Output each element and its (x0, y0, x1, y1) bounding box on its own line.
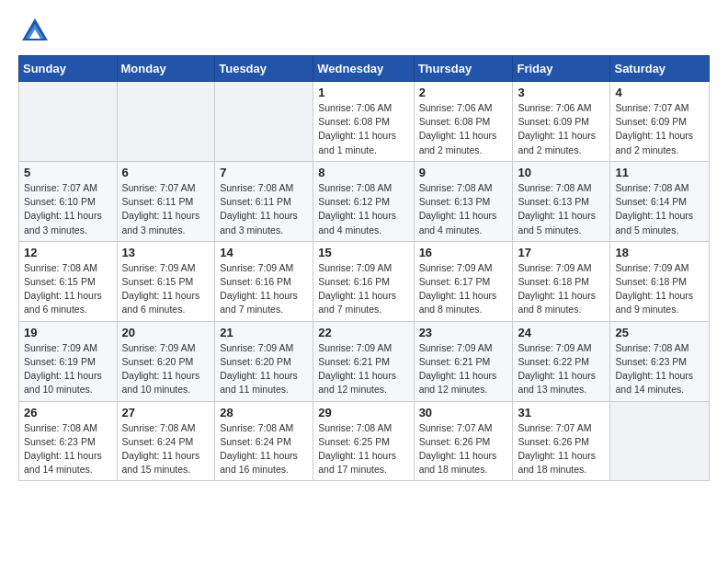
day-number: 6 (122, 166, 210, 179)
calendar-cell: 2Sunrise: 7:06 AM Sunset: 6:08 PM Daylig… (414, 82, 513, 162)
calendar-week-row: 5Sunrise: 7:07 AM Sunset: 6:10 PM Daylig… (19, 161, 710, 241)
day-number: 8 (318, 166, 408, 179)
day-number: 4 (615, 86, 704, 99)
day-number: 23 (419, 326, 508, 339)
calendar-cell: 16Sunrise: 7:09 AM Sunset: 6:17 PM Dayli… (414, 241, 513, 321)
calendar-cell: 10Sunrise: 7:08 AM Sunset: 6:13 PM Dayli… (513, 161, 610, 241)
day-info: Sunrise: 7:07 AM Sunset: 6:09 PM Dayligh… (615, 101, 704, 157)
day-number: 24 (518, 326, 605, 339)
calendar-cell: 18Sunrise: 7:09 AM Sunset: 6:18 PM Dayli… (610, 241, 710, 321)
day-info: Sunrise: 7:09 AM Sunset: 6:20 PM Dayligh… (122, 341, 210, 397)
day-number: 7 (220, 166, 308, 179)
calendar-cell: 1Sunrise: 7:06 AM Sunset: 6:08 PM Daylig… (313, 82, 414, 162)
calendar-cell: 6Sunrise: 7:07 AM Sunset: 6:11 PM Daylig… (117, 161, 215, 241)
day-info: Sunrise: 7:07 AM Sunset: 6:26 PM Dayligh… (419, 421, 508, 477)
day-info: Sunrise: 7:08 AM Sunset: 6:23 PM Dayligh… (615, 341, 704, 397)
logo (18, 15, 55, 48)
header (18, 15, 710, 48)
day-info: Sunrise: 7:08 AM Sunset: 6:25 PM Dayligh… (318, 421, 408, 477)
calendar-cell: 19Sunrise: 7:09 AM Sunset: 6:19 PM Dayli… (19, 321, 118, 401)
calendar-cell: 31Sunrise: 7:07 AM Sunset: 6:26 PM Dayli… (513, 401, 610, 481)
day-number: 17 (518, 246, 605, 259)
page: SundayMondayTuesdayWednesdayThursdayFrid… (0, 0, 728, 496)
calendar-cell: 17Sunrise: 7:09 AM Sunset: 6:18 PM Dayli… (513, 241, 610, 321)
day-info: Sunrise: 7:08 AM Sunset: 6:24 PM Dayligh… (122, 421, 210, 477)
calendar-cell: 30Sunrise: 7:07 AM Sunset: 6:26 PM Dayli… (414, 401, 513, 481)
day-number: 18 (615, 246, 704, 259)
day-number: 22 (318, 326, 408, 339)
day-info: Sunrise: 7:08 AM Sunset: 6:13 PM Dayligh… (419, 181, 508, 237)
day-info: Sunrise: 7:09 AM Sunset: 6:18 PM Dayligh… (615, 261, 704, 317)
calendar-cell: 24Sunrise: 7:09 AM Sunset: 6:22 PM Dayli… (513, 321, 610, 401)
day-number: 15 (318, 246, 408, 259)
weekday-header-tuesday: Tuesday (215, 56, 313, 82)
day-number: 19 (24, 326, 112, 339)
day-info: Sunrise: 7:07 AM Sunset: 6:26 PM Dayligh… (518, 421, 605, 477)
day-number: 13 (122, 246, 210, 259)
day-info: Sunrise: 7:08 AM Sunset: 6:24 PM Dayligh… (220, 421, 308, 477)
calendar-week-row: 12Sunrise: 7:08 AM Sunset: 6:15 PM Dayli… (19, 241, 710, 321)
calendar-cell: 25Sunrise: 7:08 AM Sunset: 6:23 PM Dayli… (610, 321, 710, 401)
day-number: 9 (419, 166, 508, 179)
day-info: Sunrise: 7:09 AM Sunset: 6:22 PM Dayligh… (518, 341, 605, 397)
day-info: Sunrise: 7:07 AM Sunset: 6:11 PM Dayligh… (122, 181, 210, 237)
calendar-cell: 21Sunrise: 7:09 AM Sunset: 6:20 PM Dayli… (215, 321, 313, 401)
calendar-week-row: 26Sunrise: 7:08 AM Sunset: 6:23 PM Dayli… (19, 401, 710, 481)
day-info: Sunrise: 7:06 AM Sunset: 6:09 PM Dayligh… (518, 101, 605, 157)
weekday-header-sunday: Sunday (19, 56, 118, 82)
weekday-header-wednesday: Wednesday (313, 56, 414, 82)
logo-icon (18, 15, 51, 48)
calendar-cell: 23Sunrise: 7:09 AM Sunset: 6:21 PM Dayli… (414, 321, 513, 401)
calendar-cell (117, 82, 215, 162)
calendar-cell: 12Sunrise: 7:08 AM Sunset: 6:15 PM Dayli… (19, 241, 118, 321)
day-info: Sunrise: 7:08 AM Sunset: 6:13 PM Dayligh… (518, 181, 605, 237)
day-number: 21 (220, 326, 308, 339)
calendar-cell: 4Sunrise: 7:07 AM Sunset: 6:09 PM Daylig… (610, 82, 710, 162)
weekday-header-row: SundayMondayTuesdayWednesdayThursdayFrid… (19, 56, 710, 82)
weekday-header-monday: Monday (117, 56, 215, 82)
calendar-cell: 13Sunrise: 7:09 AM Sunset: 6:15 PM Dayli… (117, 241, 215, 321)
day-number: 3 (518, 86, 605, 99)
day-info: Sunrise: 7:07 AM Sunset: 6:10 PM Dayligh… (24, 181, 112, 237)
day-info: Sunrise: 7:09 AM Sunset: 6:15 PM Dayligh… (122, 261, 210, 317)
day-number: 30 (419, 406, 508, 419)
day-number: 2 (419, 86, 508, 99)
calendar-cell: 8Sunrise: 7:08 AM Sunset: 6:12 PM Daylig… (313, 161, 414, 241)
day-info: Sunrise: 7:09 AM Sunset: 6:17 PM Dayligh… (419, 261, 508, 317)
day-info: Sunrise: 7:06 AM Sunset: 6:08 PM Dayligh… (419, 101, 508, 157)
day-number: 11 (615, 166, 704, 179)
day-info: Sunrise: 7:08 AM Sunset: 6:15 PM Dayligh… (24, 261, 112, 317)
calendar-cell: 26Sunrise: 7:08 AM Sunset: 6:23 PM Dayli… (19, 401, 118, 481)
day-number: 1 (318, 86, 408, 99)
day-info: Sunrise: 7:08 AM Sunset: 6:11 PM Dayligh… (220, 181, 308, 237)
calendar-cell (19, 82, 118, 162)
calendar-cell: 27Sunrise: 7:08 AM Sunset: 6:24 PM Dayli… (117, 401, 215, 481)
calendar-cell: 15Sunrise: 7:09 AM Sunset: 6:16 PM Dayli… (313, 241, 414, 321)
calendar-week-row: 1Sunrise: 7:06 AM Sunset: 6:08 PM Daylig… (19, 82, 710, 162)
day-number: 10 (518, 166, 605, 179)
weekday-header-saturday: Saturday (610, 56, 710, 82)
day-number: 25 (615, 326, 704, 339)
weekday-header-friday: Friday (513, 56, 610, 82)
calendar-cell: 28Sunrise: 7:08 AM Sunset: 6:24 PM Dayli… (215, 401, 313, 481)
day-number: 26 (24, 406, 112, 419)
day-info: Sunrise: 7:08 AM Sunset: 6:14 PM Dayligh… (615, 181, 704, 237)
weekday-header-thursday: Thursday (414, 56, 513, 82)
calendar-cell: 29Sunrise: 7:08 AM Sunset: 6:25 PM Dayli… (313, 401, 414, 481)
day-info: Sunrise: 7:09 AM Sunset: 6:16 PM Dayligh… (220, 261, 308, 317)
calendar-cell: 11Sunrise: 7:08 AM Sunset: 6:14 PM Dayli… (610, 161, 710, 241)
day-info: Sunrise: 7:09 AM Sunset: 6:18 PM Dayligh… (518, 261, 605, 317)
day-number: 20 (122, 326, 210, 339)
day-info: Sunrise: 7:09 AM Sunset: 6:19 PM Dayligh… (24, 341, 112, 397)
calendar-cell: 22Sunrise: 7:09 AM Sunset: 6:21 PM Dayli… (313, 321, 414, 401)
day-number: 14 (220, 246, 308, 259)
calendar-cell (610, 401, 710, 481)
day-number: 5 (24, 166, 112, 179)
day-info: Sunrise: 7:06 AM Sunset: 6:08 PM Dayligh… (318, 101, 408, 157)
day-number: 27 (122, 406, 210, 419)
calendar-cell: 3Sunrise: 7:06 AM Sunset: 6:09 PM Daylig… (513, 82, 610, 162)
day-number: 29 (318, 406, 408, 419)
day-number: 12 (24, 246, 112, 259)
day-number: 28 (220, 406, 308, 419)
calendar-cell: 14Sunrise: 7:09 AM Sunset: 6:16 PM Dayli… (215, 241, 313, 321)
